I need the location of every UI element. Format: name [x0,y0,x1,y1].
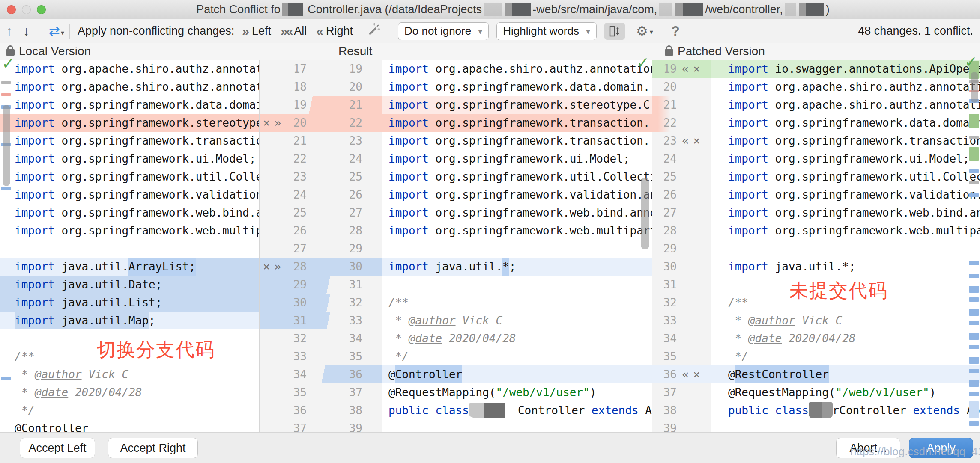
ignore-change-icon[interactable]: × [693,60,700,78]
result-pane-title: Result [338,43,372,60]
title-bar: Patch Conflict fo Controller.java (/data… [0,0,980,19]
gutter-row: 2527 [260,204,382,222]
line-number: 29 [652,240,677,258]
diff-fill [196,258,259,276]
code-segment: @author [409,312,456,329]
apply-change-left-icon[interactable]: « [682,60,689,78]
highlight-mode-dropdown[interactable]: Highlight words ▾ [496,22,597,40]
line-number: 35 [345,347,362,365]
magic-resolve-icon[interactable] [367,22,381,40]
code-segment: import [728,204,768,222]
code-line [711,240,980,258]
ignore-policy-dropdown[interactable]: Do not ignore ▾ [398,22,489,40]
line-number: 38 [652,401,677,419]
code-segment [429,401,436,419]
gutter-row: 3335 [260,347,382,365]
chevron-pair-icon: »« [281,24,291,39]
line-number: 32 [345,294,362,312]
close-window-button[interactable] [7,5,16,14]
apply-change-left-icon[interactable]: « [682,365,689,383]
gutter-row: 33 [652,312,711,329]
code-line: * @date 2020/04/28 [0,383,259,401]
ignore-change-icon[interactable]: × [263,114,270,132]
help-icon[interactable]: ? [672,19,680,43]
result-scrollbar-thumb[interactable] [641,178,649,249]
apply-all-changes-icon[interactable]: ⇄▾ [49,19,60,43]
accept-right-button[interactable]: Accept Right [108,438,198,458]
gutter-row: 39 [652,419,711,432]
next-change-icon[interactable]: ↓ [23,19,30,43]
right-scrollbar-thumb[interactable] [971,72,978,103]
code-segment: java.util.Date; [55,276,162,294]
code-segment: org.springframework.validation. [768,186,980,204]
line-number: 36 [290,401,307,419]
line-number: 22 [290,150,307,168]
code-segment: import [388,258,429,276]
left-scrollbar-thumb[interactable] [3,105,10,186]
code-segment: import [388,168,429,186]
code-segment: org.springframework.web.multipa [768,222,980,240]
code-segment: org.springframework.util.Collectio [429,168,652,186]
apply-change-left-icon[interactable]: « [682,132,689,150]
code-segment: org.springframework.validation.ann [429,186,652,204]
apply-change-right-icon[interactable]: » [274,258,281,276]
local-version-editor[interactable]: import org.apache.shiro.authz.annotation… [0,60,259,432]
result-editor[interactable]: import org.apache.shiro.authz.annotation… [382,60,652,432]
ignore-change-icon[interactable]: × [263,258,270,276]
patched-version-editor[interactable]: import io.swagger.annotations.ApiOperati… [711,60,980,432]
line-number: 38 [345,401,362,419]
code-segment: @ [388,365,395,383]
ignore-change-icon[interactable]: × [693,365,700,383]
code-line: @Controller [0,419,259,432]
stripe-mark [969,392,979,396]
apply-left-button[interactable]: » Left [242,24,271,39]
code-line: import org.springframework.util.Collec [711,168,980,186]
zoom-window-button[interactable] [37,5,46,14]
stripe-mark [969,169,979,173]
code-segment: import [728,96,768,114]
stripe-mark [969,321,979,325]
line-number: 22 [652,114,677,132]
synchronize-scrolling-toggle[interactable] [604,23,625,40]
line-number: 21 [345,96,362,114]
gutter-row: 1820 [260,78,382,96]
code-segment: import [728,60,768,78]
code-segment: import [728,258,768,276]
line-number: 25 [345,168,362,186]
code-segment: rController [833,401,913,419]
apply-all-button[interactable]: »« All [281,24,307,39]
stripe-mark [969,286,979,293]
code-segment: org.springframework.stereotype.C [429,96,650,114]
code-line: import java.util.*; [711,258,980,276]
settings-gear-icon[interactable]: ⚙▾ [636,19,648,43]
previous-change-icon[interactable]: ↑ [6,19,13,43]
code-line: import org.springframework.stereotype [0,114,259,132]
code-segment: org.springframework.web.multipart. [429,222,652,240]
code-segment: org.springframework.transaction [768,132,980,150]
code-segment: import [388,150,429,168]
code-segment [768,401,775,419]
code-segment: org.springframework.transaction. [429,132,650,150]
minimize-window-button[interactable] [22,5,31,14]
code-segment: Controller [505,401,592,419]
code-line: import org.springframework.data.domain [0,96,259,114]
line-number: 34 [345,329,362,347]
apply-change-right-icon[interactable]: » [274,114,281,132]
line-number: 35 [652,347,677,365]
line-number: 26 [290,222,307,240]
code-segment: org.apache.shiro.authz.annotation [768,96,980,114]
code-segment: org.springframework.util.Collec [768,168,980,186]
code-segment: * [388,312,409,329]
gutter-row: 1921 [260,96,382,114]
apply-right-button[interactable]: « Right [316,24,353,39]
code-segment: * [728,329,748,347]
accept-left-button[interactable]: Accept Left [20,438,95,458]
change-controls: «× [677,60,711,78]
redaction-block [469,403,505,418]
line-number: 20 [652,78,677,96]
ignore-change-icon[interactable]: × [693,132,700,150]
line-number: 30 [290,294,307,312]
changes-status-text: 48 changes. 1 conflict. [858,19,973,43]
code-segment: import [388,132,429,150]
line-number: 31 [652,276,677,294]
